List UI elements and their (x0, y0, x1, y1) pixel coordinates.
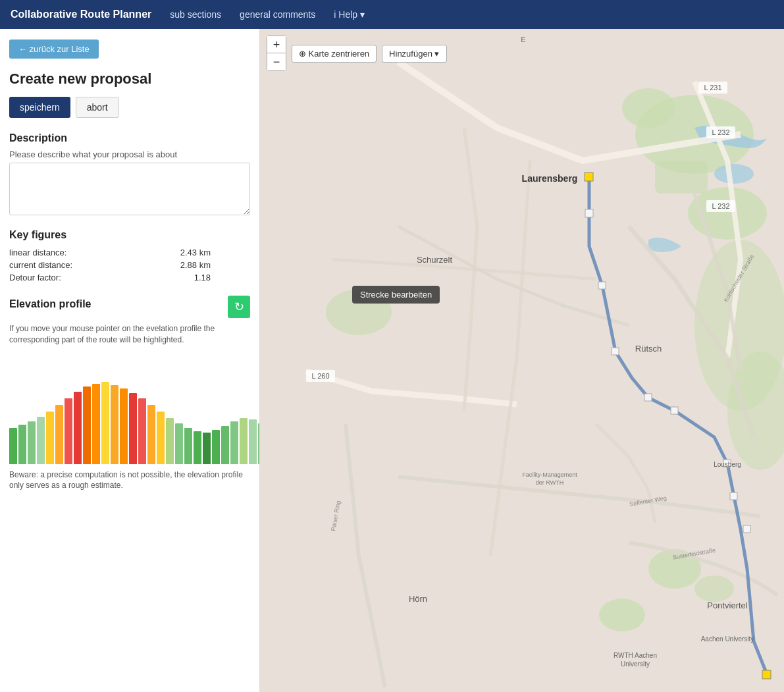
chart-bar (65, 398, 72, 464)
back-button[interactable]: ← zurück zur Liste (9, 40, 99, 59)
svg-point-11 (714, 164, 754, 184)
svg-text:Lousberg: Lousberg (714, 461, 741, 468)
help-caret: ▾ (360, 9, 365, 20)
description-label: Please describe what your proposal is ab… (9, 149, 250, 159)
svg-point-7 (599, 599, 645, 631)
brand-title: Collaborative Route Planner (11, 9, 151, 20)
description-textarea[interactable] (9, 163, 250, 215)
chart-bar (212, 430, 220, 464)
key-figure-row: linear distance:2.43 km (9, 246, 250, 259)
svg-point-5 (326, 289, 392, 335)
svg-text:L 260: L 260 (311, 372, 329, 380)
chart-bar (9, 428, 17, 464)
key-figure-label: Detour factor: (9, 271, 124, 284)
chart-bar (240, 418, 248, 464)
svg-text:University: University (621, 660, 650, 668)
save-button[interactable]: speichern (9, 97, 70, 118)
svg-text:RWTH Aachen: RWTH Aachen (614, 652, 657, 659)
chart-bar (101, 382, 109, 464)
description-section-title: Description (9, 132, 250, 144)
svg-rect-18 (730, 492, 737, 500)
chart-bar (138, 398, 146, 464)
svg-text:L 232: L 232 (712, 202, 729, 210)
action-buttons: speichern abort (9, 97, 250, 118)
key-figures-table: linear distance:2.43 kmcurrent distance:… (9, 246, 250, 284)
svg-text:Rütsch: Rütsch (635, 344, 662, 354)
elevation-desc: If you move your mouse pointer on the ev… (9, 323, 250, 346)
svg-rect-21 (762, 670, 771, 679)
svg-rect-19 (743, 525, 750, 533)
svg-text:Schurzelt: Schurzelt (417, 255, 453, 265)
chart-bar (157, 412, 165, 464)
elevation-section-title: Elevation profile (9, 298, 91, 310)
svg-text:Hörn: Hörn (409, 594, 427, 604)
abort-button[interactable]: abort (76, 97, 119, 118)
elevation-header: Elevation profile ↻ (9, 296, 250, 318)
svg-text:E: E (521, 36, 525, 43)
main-layout: ← zurück zur Liste Create new proposal s… (0, 29, 784, 692)
key-figure-value: 2.88 km (124, 259, 250, 271)
svg-text:L 231: L 231 (704, 84, 721, 92)
svg-rect-13 (598, 282, 606, 289)
svg-rect-20 (585, 173, 593, 181)
chart-bar (28, 421, 36, 464)
chart-bar (194, 431, 201, 464)
nav-sub-sections[interactable]: sub sections (170, 9, 221, 20)
svg-text:der RWTH: der RWTH (536, 479, 563, 486)
chart-bar (120, 388, 128, 464)
key-figure-row: Detour factor:1.18 (9, 271, 250, 284)
zoom-group: + − (267, 36, 286, 71)
zoom-out-button[interactable]: − (267, 53, 286, 70)
svg-text:Laurensberg: Laurensberg (522, 173, 578, 184)
sidebar: ← zurück zur Liste Create new proposal s… (0, 29, 260, 692)
nav-help[interactable]: i Help ▾ (334, 9, 365, 20)
navbar: Collaborative Route Planner sub sections… (0, 0, 784, 29)
add-button[interactable]: Hinzufügen ▾ (382, 45, 446, 63)
key-figures-title: Key figures (9, 229, 250, 241)
chart-bar (111, 385, 118, 464)
chart-bar (184, 428, 192, 464)
key-figure-label: current distance: (9, 259, 124, 271)
svg-rect-4 (655, 161, 708, 194)
nav-general-comments[interactable]: general comments (240, 9, 315, 20)
chart-bar (175, 423, 183, 464)
svg-rect-15 (644, 394, 652, 401)
chart-bar (129, 393, 137, 464)
chart-bar (55, 405, 63, 464)
chart-bar (230, 421, 238, 464)
map-controls: + − ⊕ Karte zentrieren Hinzufügen ▾ (267, 36, 447, 71)
svg-rect-14 (612, 348, 619, 355)
chart-bar (18, 425, 26, 464)
svg-text:Aachen University: Aachen University (701, 635, 754, 643)
key-figure-value: 1.18 (124, 271, 250, 284)
chart-bar (92, 384, 100, 464)
map-area[interactable]: + − ⊕ Karte zentrieren Hinzufügen ▾ (260, 29, 784, 692)
center-map-button[interactable]: ⊕ Karte zentrieren (292, 45, 377, 63)
chart-bar (166, 418, 174, 464)
key-figure-row: current distance:2.88 km (9, 259, 250, 271)
page-title: Create new proposal (9, 70, 250, 88)
chart-bar (46, 412, 54, 464)
chart-bar (203, 433, 211, 464)
chart-bar (221, 426, 229, 464)
help-label: i Help (334, 9, 357, 20)
chart-bar (147, 405, 155, 464)
svg-rect-12 (585, 209, 593, 217)
chart-bar (37, 417, 45, 464)
chart-bar (74, 392, 82, 464)
svg-point-8 (694, 575, 734, 602)
chart-bar (249, 419, 257, 464)
svg-rect-16 (671, 407, 678, 414)
svg-text:Facility-Management: Facility-Management (522, 471, 577, 478)
elevation-warning: Beware: a precise computation is not pos… (9, 469, 250, 492)
refresh-button[interactable]: ↻ (228, 296, 250, 318)
key-figure-label: linear distance: (9, 246, 124, 259)
svg-text:L 232: L 232 (712, 128, 729, 136)
map-svg: L 231 L 232 L 232 L 260 Laurensberg Schu… (260, 29, 784, 692)
zoom-in-button[interactable]: + (267, 36, 286, 53)
svg-text:Pontviertel: Pontviertel (707, 600, 748, 610)
svg-point-3 (622, 88, 675, 128)
key-figure-value: 2.43 km (124, 246, 250, 259)
elevation-chart (9, 352, 248, 464)
chart-bar (83, 386, 91, 464)
